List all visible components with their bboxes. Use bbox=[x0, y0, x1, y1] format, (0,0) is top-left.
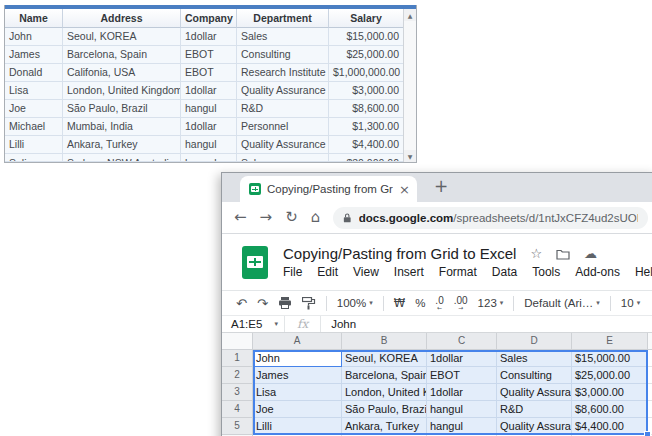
scroll-up-arrow-icon[interactable]: ▲ bbox=[404, 9, 416, 21]
menu-data[interactable]: Data bbox=[492, 265, 517, 279]
undo-icon[interactable]: ↶ bbox=[236, 297, 247, 310]
menu-help[interactable]: Help bbox=[635, 265, 652, 279]
cell-b5[interactable]: Ankara, Turkey bbox=[342, 418, 427, 435]
menu-addons[interactable]: Add-ons bbox=[575, 265, 620, 279]
grid-header-department[interactable]: Department bbox=[237, 9, 329, 28]
tab-close-icon[interactable]: × bbox=[399, 183, 410, 196]
cell-e5[interactable]: $4,400.00 bbox=[572, 418, 648, 435]
cell-b1[interactable]: Seoul, KOREA bbox=[342, 350, 427, 367]
paint-format-icon[interactable] bbox=[302, 297, 316, 310]
cell-salary: $25,000.00 bbox=[329, 46, 403, 64]
cell-department: R&D bbox=[237, 100, 329, 118]
select-all-corner[interactable] bbox=[222, 333, 253, 350]
cell-c4[interactable]: hangul bbox=[427, 401, 497, 418]
toolbar-divider bbox=[610, 296, 611, 311]
cell-d1[interactable]: Sales bbox=[497, 350, 572, 367]
cell-a4[interactable]: Joe bbox=[253, 401, 342, 418]
reload-icon[interactable]: ↻ bbox=[285, 210, 298, 225]
table-row[interactable]: Michael Mumbai, India 1dollar Personnel … bbox=[5, 118, 403, 136]
cell-a3[interactable]: Lisa bbox=[253, 384, 342, 401]
cell-b4[interactable]: São Paulo, Brazil bbox=[342, 401, 427, 418]
print-icon[interactable] bbox=[278, 297, 292, 309]
menu-insert[interactable]: Insert bbox=[394, 265, 424, 279]
decrease-decimal-button[interactable]: .0← bbox=[435, 296, 443, 311]
col-header-a[interactable]: A bbox=[253, 333, 342, 350]
sheets-logo-icon bbox=[242, 246, 268, 279]
document-title[interactable]: Copying/Pasting from Grid to Excel bbox=[283, 245, 516, 262]
cell-b2[interactable]: Barcelona, Spain bbox=[342, 367, 427, 384]
cell-a2[interactable]: James bbox=[253, 367, 342, 384]
cell-f4[interactable] bbox=[648, 401, 652, 418]
cell-e1[interactable]: $15,000.00 bbox=[572, 350, 648, 367]
cell-d4[interactable]: R&D bbox=[497, 401, 572, 418]
fill-handle[interactable] bbox=[644, 431, 651, 436]
increase-decimal-button[interactable]: .00→ bbox=[454, 296, 468, 311]
col-header-partial[interactable] bbox=[648, 333, 652, 350]
home-icon[interactable]: ⌂ bbox=[311, 210, 321, 225]
cell-c1[interactable]: 1dollar bbox=[427, 350, 497, 367]
col-header-d[interactable]: D bbox=[497, 333, 572, 350]
grid-header-salary[interactable]: Salary bbox=[329, 9, 403, 28]
grid-vertical-scrollbar[interactable]: ▲ ▼ bbox=[403, 9, 416, 162]
row-header-1[interactable]: 1 bbox=[222, 350, 253, 367]
cell-e2[interactable]: $25,000.00 bbox=[572, 367, 648, 384]
forward-icon[interactable]: → bbox=[260, 210, 273, 225]
new-tab-button[interactable]: + bbox=[434, 176, 448, 196]
table-row[interactable]: Lilli Ankara, Turkey hangul Quality Assu… bbox=[5, 136, 403, 154]
table-row-partial[interactable]: Selina Sydney, NSW Australia hangul Sale… bbox=[5, 154, 403, 162]
row-header-4[interactable]: 4 bbox=[222, 401, 253, 418]
menu-file[interactable]: File bbox=[283, 265, 302, 279]
cell-d2[interactable]: Consulting bbox=[497, 367, 572, 384]
col-header-e[interactable]: E bbox=[572, 333, 648, 350]
url-path: /spreadsheets/d/1ntJxCFZ4ud2sUOBCcpL8W bbox=[453, 212, 638, 224]
font-select[interactable]: Default (Ari…▾ bbox=[524, 297, 600, 309]
percent-format-button[interactable]: % bbox=[415, 297, 425, 309]
cell-name: John bbox=[5, 28, 63, 46]
menu-edit[interactable]: Edit bbox=[317, 265, 338, 279]
table-row[interactable]: Joe São Paulo, Brazil hangul R&D $8,600.… bbox=[5, 100, 403, 118]
scroll-down-arrow-icon[interactable]: ▼ bbox=[404, 150, 416, 162]
address-bar[interactable]: docs.google.com/spreadsheets/d/1ntJxCFZ4… bbox=[333, 207, 648, 229]
grid-header-name[interactable]: Name bbox=[5, 9, 63, 28]
cell-f3[interactable] bbox=[648, 384, 652, 401]
formula-input[interactable]: John bbox=[321, 316, 356, 332]
row-header-5[interactable]: 5 bbox=[222, 418, 253, 435]
move-folder-icon[interactable] bbox=[556, 248, 570, 260]
cell-a5[interactable]: Lilli bbox=[253, 418, 342, 435]
zoom-select[interactable]: 100%▾ bbox=[337, 297, 373, 309]
star-icon[interactable]: ☆ bbox=[530, 247, 542, 260]
cell-d3[interactable]: Quality Assurance bbox=[497, 384, 572, 401]
more-formats-button[interactable]: 123▾ bbox=[478, 297, 504, 309]
currency-format-button[interactable]: ₩ bbox=[394, 296, 405, 310]
menu-tools[interactable]: Tools bbox=[532, 265, 560, 279]
row-header-3[interactable]: 3 bbox=[222, 384, 253, 401]
row-header-2[interactable]: 2 bbox=[222, 367, 253, 384]
cell-e3[interactable]: $3,000.00 bbox=[572, 384, 648, 401]
table-row[interactable]: James Barcelona, Spain EBOT Consulting $… bbox=[5, 46, 403, 64]
browser-tab[interactable]: Copying/Pasting from Grid to E × bbox=[240, 176, 417, 202]
menu-view[interactable]: View bbox=[353, 265, 379, 279]
col-header-c[interactable]: C bbox=[427, 333, 497, 350]
cell-b3[interactable]: London, United Kingdom bbox=[342, 384, 427, 401]
back-icon[interactable]: ← bbox=[234, 210, 247, 225]
grid-header-address[interactable]: Address bbox=[63, 9, 181, 28]
cell-f1[interactable] bbox=[648, 350, 652, 367]
cell-a1[interactable]: John bbox=[253, 350, 342, 367]
cell-c2[interactable]: EBOT bbox=[427, 367, 497, 384]
cell-c5[interactable]: hangul bbox=[427, 418, 497, 435]
name-box[interactable]: A1:E5 ▾ bbox=[222, 316, 284, 332]
table-row[interactable]: Lisa London, United Kingdom 1dollar Qual… bbox=[5, 82, 403, 100]
cloud-status-icon[interactable]: ☁ bbox=[584, 247, 597, 260]
cell-d5[interactable]: Quality Assurance bbox=[497, 418, 572, 435]
grid-header-company[interactable]: Company bbox=[181, 9, 237, 28]
cell-e4[interactable]: $8,600.00 bbox=[572, 401, 648, 418]
font-size-select[interactable]: 10▾ bbox=[621, 297, 640, 309]
cell-c3[interactable]: 1dollar bbox=[427, 384, 497, 401]
redo-icon[interactable]: ↷ bbox=[257, 297, 268, 310]
table-row[interactable]: John Seoul, KOREA 1dollar Sales $15,000.… bbox=[5, 28, 403, 46]
cell-f2[interactable] bbox=[648, 367, 652, 384]
menu-format[interactable]: Format bbox=[439, 265, 477, 279]
toolbar-divider bbox=[383, 296, 384, 311]
col-header-b[interactable]: B bbox=[342, 333, 427, 350]
table-row[interactable]: Donald Califonia, USA EBOT Research Inst… bbox=[5, 64, 403, 82]
